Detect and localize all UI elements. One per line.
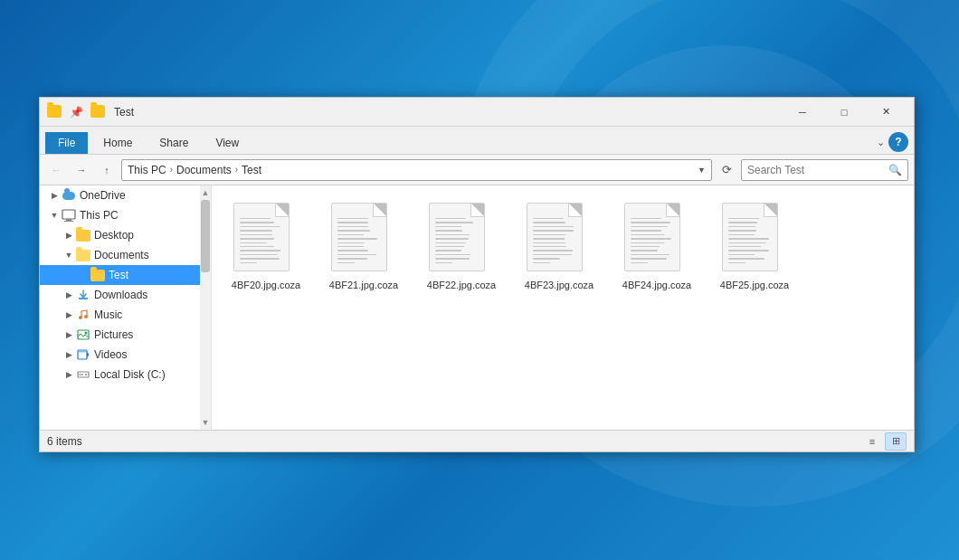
file-paper-0 — [233, 203, 290, 271]
title-bar-folder-icon — [47, 105, 62, 119]
file-name-0: 4BF20.jpg.coza — [232, 279, 300, 291]
downloads-icon — [76, 288, 90, 302]
sidebar-item-music[interactable]: ▶ Music — [40, 305, 211, 325]
file-lines-4 — [631, 218, 674, 263]
file-item[interactable]: 4BF22.jpg.coza — [416, 195, 507, 299]
sidebar-label-onedrive: OneDrive — [80, 189, 126, 202]
sidebar-item-documents[interactable]: ▼ Documents — [40, 245, 211, 265]
expand-arrow-documents: ▼ — [62, 251, 76, 260]
file-icon-5 — [722, 203, 787, 275]
documents-icon — [76, 248, 90, 262]
path-dropdown-arrow[interactable]: ▼ — [698, 166, 706, 175]
tab-file[interactable]: File — [45, 132, 88, 154]
file-paper-4 — [624, 203, 680, 271]
tab-share[interactable]: Share — [146, 130, 202, 154]
file-item[interactable]: 4BF24.jpg.coza — [612, 195, 702, 299]
tab-home[interactable]: Home — [90, 130, 146, 154]
music-icon — [76, 308, 90, 322]
explorer-window: 📌 Test ─ □ ✕ File Home Share View — [39, 97, 915, 452]
svg-point-4 — [84, 315, 88, 318]
refresh-button[interactable]: ⟳ — [716, 159, 737, 181]
title-bar-controls: ─ □ ✕ — [782, 98, 907, 127]
sidebar-item-pictures[interactable]: ▶ Pictures — [40, 325, 211, 345]
file-item[interactable]: 4BF23.jpg.coza — [514, 195, 604, 299]
sidebar-item-desktop[interactable]: ▶ Desktop — [40, 225, 211, 245]
path-arrow-1: › — [170, 165, 173, 175]
svg-marker-8 — [87, 352, 89, 357]
pin-icon: 📌 — [69, 105, 83, 119]
file-item[interactable]: 4BF21.jpg.coza — [318, 195, 409, 299]
grid-view-button[interactable]: ⊞ — [885, 432, 907, 451]
file-grid: 4BF20.jpg.coza 4BF21.jpg.coza 4BF22.jpg.… — [221, 195, 905, 299]
sidebar-label-videos: Videos — [94, 348, 127, 361]
expand-arrow-downloads: ▶ — [62, 290, 76, 299]
file-icon-0 — [233, 203, 299, 275]
file-item[interactable]: 4BF25.jpg.coza — [709, 195, 800, 299]
expand-arrow-desktop: ▶ — [62, 231, 76, 240]
back-button[interactable]: ← — [45, 159, 67, 181]
file-name-5: 4BF25.jpg.coza — [720, 279, 789, 291]
sidebar-label-pictures: Pictures — [94, 328, 133, 341]
main-content: ▶ OneDrive ▼ This PC — [40, 185, 914, 430]
expand-arrow-videos: ▶ — [62, 350, 76, 359]
list-view-button[interactable]: ≡ — [861, 432, 883, 451]
file-lines-0 — [240, 218, 283, 263]
scroll-up[interactable]: ▲ — [200, 185, 211, 200]
file-lines-5 — [728, 218, 772, 263]
thispc-icon — [62, 208, 76, 223]
onedrive-icon — [62, 188, 76, 203]
minimize-button[interactable]: ─ — [782, 98, 823, 127]
file-lines-3 — [533, 218, 576, 263]
sidebar-item-videos[interactable]: ▶ Videos — [40, 345, 211, 365]
file-icon-1 — [331, 203, 396, 275]
ribbon-expand-button[interactable]: ⌄ — [877, 137, 885, 148]
title-bar: 📌 Test ─ □ ✕ — [40, 98, 914, 127]
file-paper-1 — [331, 203, 387, 271]
address-bar: ← → ↑ This PC › Documents › Test ▼ ⟳ 🔍 — [40, 155, 914, 185]
sidebar-item-thispc[interactable]: ▼ This PC — [40, 205, 211, 225]
file-item[interactable]: 4BF20.jpg.coza — [221, 195, 311, 299]
sidebar-label-documents: Documents — [94, 249, 149, 261]
ribbon: File Home Share View ⌄ ? — [40, 127, 914, 155]
path-segment-thispc[interactable]: This PC — [128, 164, 166, 176]
item-count: 6 items — [47, 435, 82, 448]
pictures-icon — [76, 327, 90, 342]
file-name-3: 4BF23.jpg.coza — [525, 279, 593, 291]
path-arrow-2: › — [235, 165, 238, 175]
view-buttons: ≡ ⊞ — [861, 432, 907, 451]
sidebar-item-test[interactable]: ▶ Test — [40, 265, 211, 285]
forward-button[interactable]: → — [71, 159, 92, 181]
file-name-1: 4BF21.jpg.coza — [329, 279, 398, 291]
maximize-button[interactable]: □ — [823, 98, 865, 127]
up-button[interactable]: ↑ — [96, 159, 118, 181]
svg-point-6 — [85, 332, 88, 335]
sidebar-item-localdisk[interactable]: ▶ Local Disk (C:) — [40, 365, 211, 384]
test-folder-icon — [90, 268, 105, 282]
search-box[interactable]: 🔍 — [741, 159, 908, 181]
sidebar-item-onedrive[interactable]: ▶ OneDrive — [40, 185, 211, 205]
videos-icon — [76, 347, 90, 362]
file-lines-2 — [435, 218, 479, 263]
sidebar-item-downloads[interactable]: ▶ Downloads — [40, 285, 211, 305]
expand-arrow-music: ▶ — [62, 310, 76, 319]
svg-point-11 — [85, 374, 87, 375]
file-icon-2 — [429, 203, 494, 275]
title-bar-folder-icon2 — [90, 105, 105, 119]
help-button[interactable]: ? — [888, 132, 908, 152]
close-button[interactable]: ✕ — [865, 98, 907, 127]
file-name-2: 4BF22.jpg.coza — [427, 279, 496, 291]
expand-arrow-localdisk: ▶ — [62, 370, 76, 379]
expand-arrow-onedrive: ▶ — [47, 191, 62, 200]
tab-view[interactable]: View — [202, 130, 252, 154]
window-title: Test — [114, 106, 782, 119]
path-segment-test[interactable]: Test — [242, 164, 261, 176]
svg-rect-9 — [79, 351, 86, 353]
address-path[interactable]: This PC › Documents › Test ▼ — [121, 159, 712, 181]
path-segment-documents[interactable]: Documents — [176, 164, 232, 176]
scroll-down[interactable]: ▼ — [200, 415, 211, 430]
expand-arrow-pictures: ▶ — [62, 330, 76, 339]
file-icon-4 — [624, 203, 689, 275]
status-bar: 6 items ≡ ⊞ — [40, 430, 914, 451]
search-input[interactable] — [747, 164, 888, 176]
sidebar: ▶ OneDrive ▼ This PC — [40, 185, 212, 430]
